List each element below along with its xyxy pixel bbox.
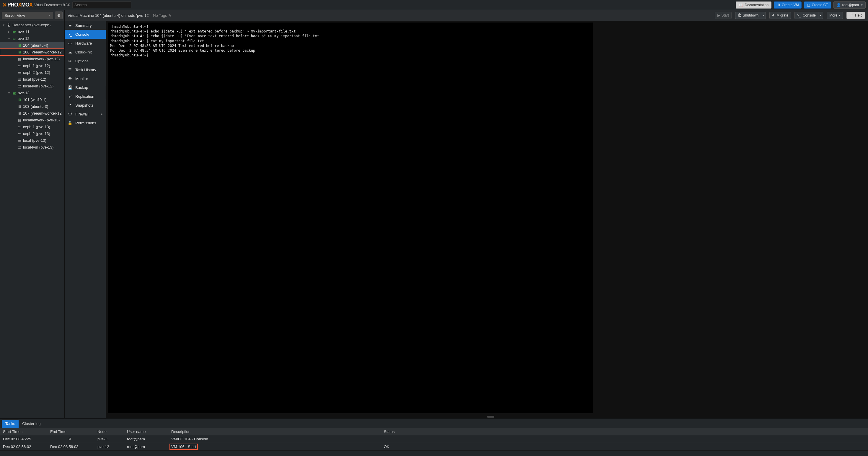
menu-item-options[interactable]: ⚙Options bbox=[65, 56, 106, 65]
tree-item-label: ceph-1 (pve-12) bbox=[23, 63, 50, 68]
view-dropdown[interactable]: Server View ▾ bbox=[2, 12, 53, 19]
tree-item[interactable]: 🗃ceph-1 (pve-12) bbox=[0, 62, 64, 69]
monitor-icon: 🖥 bbox=[17, 43, 22, 48]
content-header: Virtual Machine 104 (ubuntu-4) on node '… bbox=[65, 10, 868, 21]
monitor-icon: 🖥 bbox=[17, 50, 22, 54]
tree-item-label: 104 (ubuntu-4) bbox=[23, 43, 48, 48]
search-input[interactable] bbox=[72, 1, 131, 8]
tags-area[interactable]: No Tags ✎ bbox=[153, 13, 171, 18]
menu-item-hardware[interactable]: ▭Hardware bbox=[65, 39, 106, 48]
task-end: Dec 02 08:56:03 bbox=[50, 445, 97, 449]
task-desc-label: VM 106 - Start bbox=[169, 444, 198, 450]
menu-icon: >_ bbox=[68, 32, 72, 37]
resize-grip[interactable] bbox=[487, 416, 494, 418]
col-end[interactable]: End Time bbox=[50, 429, 97, 434]
book-icon: 📖 bbox=[739, 3, 743, 7]
view-selector-bar: Server View ▾ ⚙ bbox=[0, 10, 65, 21]
tree-item[interactable]: 🖥106 (veeam-worker-12 bbox=[0, 49, 64, 56]
tree-item[interactable]: 🖥104 (ubuntu-4) bbox=[0, 42, 64, 49]
menu-item-task-history[interactable]: ☰Task History bbox=[65, 65, 106, 74]
tree-item-label: localnetwork (pve-13) bbox=[23, 118, 60, 122]
tree-item[interactable]: ▸🖴pve-11 bbox=[0, 28, 64, 35]
create-vm-label: Create VM bbox=[782, 3, 799, 7]
power-icon: ⏻ bbox=[738, 13, 741, 18]
console-split-button[interactable]: >_Console ▾ bbox=[795, 12, 823, 19]
menu-item-backup[interactable]: 💾Backup bbox=[65, 83, 106, 92]
menu-item-label: Task History bbox=[75, 68, 96, 72]
storage-icon: 🗃 bbox=[17, 139, 22, 143]
tree-item[interactable]: 🗃local-lvm (pve-13) bbox=[0, 144, 64, 151]
help-label: Help bbox=[855, 13, 862, 18]
task-row[interactable]: Dec 02 08:45:25🖥pve-11root@pamVM/CT 104 … bbox=[0, 435, 868, 443]
col-desc[interactable]: Description bbox=[171, 429, 384, 434]
col-node[interactable]: Node bbox=[97, 429, 127, 434]
tree-item-label: local (pve-12) bbox=[23, 77, 46, 82]
menu-item-replication[interactable]: ⇄Replication bbox=[65, 92, 106, 101]
tree-item[interactable]: 🗃local-lvm (pve-12) bbox=[0, 83, 64, 90]
help-button[interactable]: ❔ Help bbox=[846, 12, 865, 19]
menu-item-monitor[interactable]: 👁Monitor bbox=[65, 74, 106, 83]
menu-item-label: Cloud-Init bbox=[75, 50, 92, 54]
documentation-label: Documentation bbox=[745, 3, 769, 7]
storage-icon: 🗃 bbox=[17, 84, 22, 88]
expander-icon[interactable]: ▾ bbox=[7, 37, 11, 40]
storage-icon: 🗃 bbox=[17, 132, 22, 136]
task-desc-label: VM/CT 104 - Console bbox=[171, 437, 384, 441]
shutdown-split-button[interactable]: ⏻Shutdown ▾ bbox=[735, 12, 766, 19]
menu-item-firewall[interactable]: 🛡Firewall▶ bbox=[65, 110, 106, 118]
user-menu-button[interactable]: 👤 root@pam ▾ bbox=[833, 1, 866, 8]
create-vm-button[interactable]: 🖥 Create VM bbox=[774, 1, 802, 8]
tree-item[interactable]: ▦localnetwork (pve-12) bbox=[0, 56, 64, 62]
col-user[interactable]: User name bbox=[127, 429, 171, 434]
settings-button[interactable]: ⚙ bbox=[55, 11, 63, 19]
start-button[interactable]: ▶ Start bbox=[715, 12, 732, 19]
tree-item[interactable]: ▾🖴pve-13 bbox=[0, 90, 64, 96]
col-status[interactable]: Status bbox=[384, 429, 865, 434]
expander-icon[interactable]: ▸ bbox=[7, 30, 11, 33]
menu-item-console[interactable]: >_Console bbox=[65, 30, 106, 39]
tree-item[interactable]: 🗃ceph-2 (pve-12) bbox=[0, 69, 64, 76]
chevron-down-icon: ▾ bbox=[49, 14, 51, 17]
menu-item-snapshots[interactable]: ↺Snapshots bbox=[65, 101, 106, 110]
pencil-icon: ✎ bbox=[168, 13, 172, 18]
tree-item[interactable]: 🗃ceph-1 (pve-13) bbox=[0, 123, 64, 130]
task-node: pve-12 bbox=[97, 445, 127, 449]
datacenter-icon: 🗄 bbox=[6, 23, 11, 27]
user-label: root@pam bbox=[842, 3, 859, 7]
col-start[interactable]: Start Time↓ bbox=[3, 429, 50, 434]
create-ct-button[interactable]: ▢ Create CT bbox=[804, 1, 831, 8]
tree-item[interactable]: 🗃local (pve-12) bbox=[0, 76, 64, 83]
tree-item[interactable]: 🗃local (pve-13) bbox=[0, 137, 64, 144]
resource-tree[interactable]: ▾🗄Datacenter (pve-ceph)▸🖴pve-11▾🖴pve-12🖥… bbox=[0, 21, 65, 418]
chevron-down-icon: ▾ bbox=[820, 14, 822, 17]
create-ct-label: Create CT bbox=[812, 3, 828, 7]
migrate-button[interactable]: ✈ Migrate bbox=[769, 12, 791, 19]
task-row[interactable]: Dec 02 08:56:02Dec 02 08:56:03pve-12root… bbox=[0, 443, 868, 451]
tree-item-label: local (pve-13) bbox=[23, 138, 46, 143]
task-user: root@pam bbox=[127, 445, 171, 449]
tree-item[interactable]: 🖥103 (ubuntu-3) bbox=[0, 103, 64, 110]
tree-item[interactable]: 🗃ceph-2 (pve-13) bbox=[0, 130, 64, 137]
chevron-down-icon: ▾ bbox=[861, 4, 863, 6]
menu-item-cloud-init[interactable]: ☁Cloud-Init bbox=[65, 48, 106, 56]
task-start: Dec 02 08:56:02 bbox=[3, 445, 50, 449]
console-terminal[interactable]: rhmadm@ubuntu-4:~$ rhmadm@ubuntu-4:~$ ec… bbox=[108, 22, 593, 413]
send-icon: ✈ bbox=[772, 13, 775, 18]
menu-item-permissions[interactable]: 🔓Permissions bbox=[65, 118, 106, 127]
network-icon: ▦ bbox=[17, 57, 22, 61]
tree-item[interactable]: ▾🖴pve-12 bbox=[0, 35, 64, 42]
tree-item[interactable]: 🖥101 (win19-1) bbox=[0, 96, 64, 103]
tree-item[interactable]: ▦localnetwork (pve-13) bbox=[0, 117, 64, 123]
expander-icon[interactable]: ▾ bbox=[7, 91, 11, 94]
tree-item[interactable]: ▾🗄Datacenter (pve-ceph) bbox=[0, 22, 64, 28]
menu-icon: ⚙ bbox=[68, 59, 72, 63]
tree-item-label: ceph-1 (pve-13) bbox=[23, 125, 50, 129]
expander-icon[interactable]: ▾ bbox=[2, 23, 5, 27]
tab-cluster-log[interactable]: Cluster log bbox=[19, 420, 44, 428]
documentation-button[interactable]: 📖 Documentation bbox=[736, 1, 771, 8]
more-button[interactable]: More ▾ bbox=[827, 12, 843, 19]
tree-item[interactable]: 🖥107 (veeam-worker-12 bbox=[0, 110, 64, 117]
tab-tasks[interactable]: Tasks bbox=[2, 420, 19, 428]
menu-icon: ⇄ bbox=[68, 94, 72, 99]
menu-item-summary[interactable]: ≣Summary bbox=[65, 21, 106, 30]
